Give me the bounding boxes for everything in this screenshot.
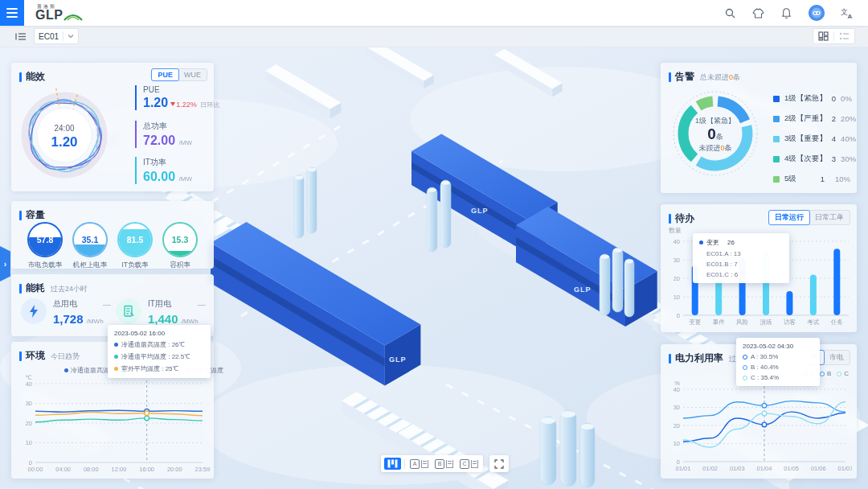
environment-tooltip: 2023-05-02 16:00冷通道最高温度 : 26℃冷通道平均温度 : 2… (108, 325, 211, 378)
tab-mains[interactable]: 市电 (824, 351, 850, 364)
svg-text:变更: 变更 (689, 318, 702, 326)
svg-text:01/02: 01/02 (702, 465, 718, 472)
todo-panel-title: 待办 (675, 212, 694, 225)
svg-text:℃: ℃ (26, 374, 32, 381)
building-icon (446, 460, 453, 468)
capacity-gauge[interactable]: 81.5IT负载率 (113, 222, 158, 270)
tab-daily-operation[interactable]: 日常运行 (768, 210, 810, 225)
capacity-gauge[interactable]: 35.1机柜上电率 (68, 222, 113, 270)
tab-pue[interactable]: PUE (151, 68, 179, 81)
chevron-right-icon: › (4, 260, 6, 269)
power-tooltip: 2023-05-02 04:30A : 30.5%B : 40.4%C : 35… (736, 338, 820, 386)
alarm-panel-title: 告警 (675, 70, 694, 84)
svg-text:30: 30 (26, 400, 32, 407)
alarm-legend-item[interactable]: 2级【严重】220% (773, 109, 850, 129)
svg-text:01/05: 01/05 (784, 465, 799, 472)
svg-text:16:00: 16:00 (139, 466, 154, 473)
alarm-legend-item[interactable]: 4级【次要】330% (773, 149, 850, 169)
fullscreen-group (489, 455, 509, 472)
view-toggle (813, 28, 855, 44)
tshirt-icon (752, 7, 764, 19)
chevron-down-icon (68, 34, 74, 39)
alarm-legend-item[interactable]: 3级【重要】440% (773, 129, 850, 149)
site-selector-value: EC01 (39, 32, 59, 41)
brand-logo: 普洛斯 GLP (35, 4, 84, 22)
svg-text:%: % (674, 380, 680, 387)
stat-total-power: 总功率 72.00 /MW (135, 121, 220, 148)
svg-text:01/07: 01/07 (838, 465, 852, 472)
campus-grid-icon (387, 459, 398, 468)
svg-text:A: A (848, 13, 853, 19)
user-avatar[interactable] (809, 5, 825, 21)
campus-overview-button[interactable] (384, 458, 401, 470)
alarm-legend-item[interactable]: 5级110% (773, 169, 850, 189)
svg-text:演练: 演练 (760, 318, 773, 326)
todo-bar[interactable] (810, 274, 817, 315)
building-a-button[interactable]: A (408, 458, 430, 470)
pue-dial-chart[interactable] (11, 82, 117, 188)
translate-icon: 文 A (841, 7, 854, 19)
pue-wue-toggle: PUE WUE (151, 68, 207, 81)
building-icon (421, 460, 428, 468)
alarm-donut-chart[interactable] (667, 85, 764, 182)
search-icon (724, 7, 736, 19)
bell-icon (780, 7, 792, 19)
power-line-chart[interactable]: 010203040%01/0101/0201/0301/0401/0501/06… (664, 380, 852, 475)
todo-bar[interactable] (833, 249, 840, 315)
svg-text:23:59: 23:59 (195, 466, 211, 473)
building-switch-group: A B C (381, 455, 483, 472)
stat-it-electricity: IT用电— 1,440 /MWh (116, 298, 206, 326)
theme-skin-button[interactable] (752, 7, 764, 19)
list-view-icon (839, 31, 850, 41)
scene-toolbar: A B C (381, 455, 509, 472)
language-button[interactable]: 文 A (841, 7, 854, 19)
fullscreen-button[interactable] (493, 458, 506, 470)
building-b-button[interactable]: B (433, 458, 455, 470)
building-c-button[interactable]: C (458, 458, 480, 470)
alarm-subtitle: 总未跟进0条 (700, 72, 740, 83)
capacity-gauges: 57.8市电负载率35.1机柜上电率81.5IT负载率15.3容积率 (18, 222, 207, 270)
stat-it-power: IT功率 60.00 /MW (135, 157, 220, 184)
site-selector[interactable]: EC01 (34, 28, 79, 44)
list-view-button[interactable] (837, 31, 851, 41)
svg-text:风险: 风险 (736, 318, 749, 326)
brand-glp-label: GLP (35, 9, 63, 22)
svg-text:0: 0 (677, 312, 680, 319)
legend-item[interactable]: C (837, 370, 849, 377)
site-panel-button[interactable] (14, 31, 27, 43)
tab-daily-ticket[interactable]: 日常工单 (809, 211, 850, 224)
topbar-actions: 文 A (724, 5, 868, 21)
svg-text:04:00: 04:00 (55, 466, 71, 473)
menu-button[interactable] (0, 0, 24, 26)
notification-button[interactable] (780, 7, 792, 19)
alarm-legend: 1级【紧急】00%2级【严重】220%3级【重要】440%4级【次要】330%5… (773, 88, 850, 189)
legend-item[interactable]: B (820, 370, 831, 377)
tab-wue[interactable]: WUE (178, 69, 207, 80)
svg-text:10: 10 (674, 440, 680, 447)
brand-swoosh-icon (63, 10, 84, 22)
svg-text:01/01: 01/01 (676, 465, 691, 472)
svg-text:20: 20 (674, 422, 680, 429)
capacity-gauge[interactable]: 57.8市电负载率 (23, 222, 68, 270)
todo-tooltip: 变更26EC01.A : 13EC01.B : 7EC01.C : 6 (693, 233, 789, 283)
stat-pue: PUE 1.201.22% 日环比 (135, 85, 220, 110)
sidebar-expand-tab[interactable]: › (0, 246, 10, 281)
svg-text:访客: 访客 (784, 318, 796, 326)
site-list-icon (14, 31, 27, 43)
alarm-legend-item[interactable]: 1级【紧急】00% (773, 88, 850, 109)
environment-subtitle: 今日趋势 (51, 351, 80, 362)
search-button[interactable] (724, 7, 736, 19)
power-panel-title: 电力利用率 (675, 351, 723, 365)
todo-bar[interactable] (786, 291, 792, 315)
avatar-robot-icon (809, 5, 825, 21)
capacity-gauge[interactable]: 15.3容积率 (158, 222, 203, 270)
building-icon (471, 460, 478, 468)
todo-bar[interactable] (715, 278, 722, 315)
consumption-panel-title: 能耗 (26, 281, 45, 295)
environment-line-chart[interactable]: 010203040℃00:0004:0008:0012:0016:0020:00… (14, 372, 211, 475)
svg-text:任务: 任务 (830, 318, 844, 326)
panel-alarm: 告警 总未跟进0条 1级【紧急】 0条 未跟进0条 1级【紧急】00%2级【严重… (661, 63, 857, 193)
panel-energy-efficiency: 能效 PUE WUE 24:00 1.20 PUE 1.201.22% 日环比 … (11, 63, 214, 191)
fullscreen-icon (494, 459, 504, 469)
grid-view-button[interactable] (817, 31, 830, 41)
